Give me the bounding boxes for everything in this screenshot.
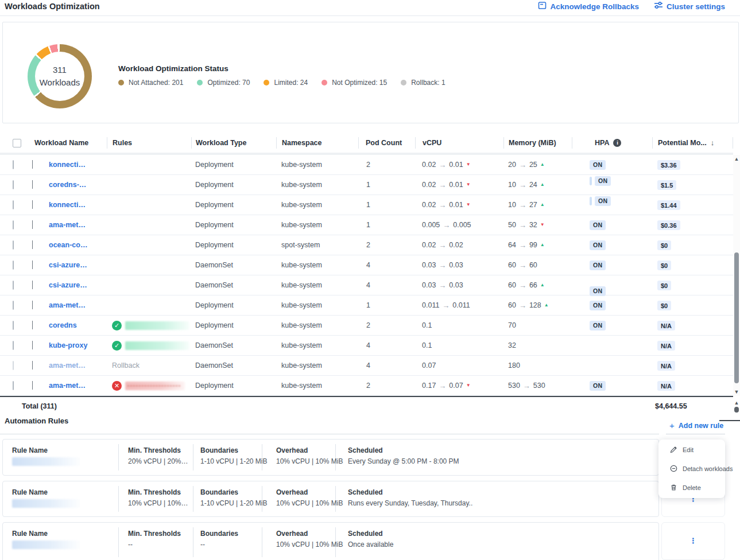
column-header-pod-count[interactable]: Pod Count <box>358 137 415 149</box>
metric-cell: 60→60 <box>503 261 572 270</box>
metric-from: 64 <box>508 241 516 249</box>
chevron-right-icon[interactable] <box>32 341 33 349</box>
chevron-right-icon[interactable] <box>32 220 33 229</box>
footer-scroll-up-arrow[interactable]: ▲ <box>734 400 739 406</box>
hpa-info-icon[interactable]: i <box>613 139 621 147</box>
chevron-right-icon[interactable] <box>32 260 33 269</box>
row-checkbox[interactable] <box>13 240 14 250</box>
add-new-rule-button[interactable]: + Add new rule <box>669 421 723 430</box>
metric-cell: 10→24▲ <box>503 181 572 189</box>
legend-dot-icon <box>197 80 203 85</box>
row-checkbox[interactable] <box>13 341 14 350</box>
row-checkbox[interactable] <box>13 180 14 189</box>
menu-item-edit[interactable]: Edit <box>658 441 725 458</box>
workload-name-link[interactable]: ama-met… <box>44 221 107 229</box>
row-checkbox[interactable] <box>13 200 14 209</box>
metric-to: 0.011 <box>452 301 470 309</box>
metric-from: 10 <box>508 181 516 189</box>
hpa-toggle-badge[interactable]: ON <box>590 260 606 270</box>
metric-from: 50 <box>508 221 516 229</box>
sort-descending-icon[interactable]: ↓ <box>711 137 715 149</box>
workload-name-link[interactable]: kube-proxy <box>44 341 107 349</box>
trend-up-icon: ▲ <box>540 182 545 187</box>
rule-rule-name-label: Rule Name <box>12 446 80 454</box>
metric-cell: 60→66▲ <box>503 281 572 290</box>
menu-item-delete[interactable]: Delete <box>658 479 725 496</box>
chevron-right-icon[interactable] <box>32 281 33 289</box>
workload-name-link[interactable]: konnecti… <box>44 161 107 169</box>
row-checkbox[interactable] <box>13 301 14 310</box>
hpa-toggle-badge[interactable]: ON <box>590 286 606 296</box>
chevron-right-icon[interactable] <box>32 160 33 169</box>
column-header-memory[interactable]: Memory (MiB) <box>503 137 572 149</box>
chevron-right-icon[interactable] <box>32 200 33 209</box>
workload-name-link[interactable]: coredns-… <box>44 181 107 189</box>
table-row: ama-met…Deploymentkube-system10.005→0.00… <box>0 215 733 235</box>
workload-name-link[interactable]: ocean-co… <box>44 241 107 249</box>
metric-cell: 0.02→0.01▼ <box>415 161 503 169</box>
acknowledge-rollbacks-button[interactable]: Acknowledge Rollbacks <box>538 1 639 11</box>
row-checkbox[interactable] <box>13 220 14 230</box>
rule-rule-name-column: Rule Name <box>12 488 80 508</box>
row-checkbox[interactable] <box>13 321 14 330</box>
hpa-toggle-badge[interactable]: ON <box>590 301 606 310</box>
workload-name-link[interactable]: ama-met… <box>44 361 107 370</box>
select-all-checkbox[interactable] <box>13 139 21 147</box>
column-header-rules[interactable]: Rules <box>107 137 191 149</box>
rule-boundaries-column: Boundaries-- <box>200 530 238 549</box>
chevron-right-icon[interactable] <box>32 321 33 329</box>
scrollbar-thumb[interactable] <box>734 252 739 383</box>
hpa-toggle-badge[interactable]: ON <box>595 196 611 206</box>
workload-type-cell: Deployment <box>191 382 276 390</box>
column-header-potential-savings[interactable]: Potential Mo...↓ <box>652 137 733 149</box>
metric-cell: 0.07 <box>415 361 503 370</box>
row-checkbox[interactable] <box>13 260 14 270</box>
metric-to: 0.03 <box>449 281 463 289</box>
row-checkbox[interactable] <box>13 381 14 390</box>
column-header-namespace[interactable]: Namespace <box>276 137 358 149</box>
hpa-toggle-badge[interactable]: ON <box>595 176 611 186</box>
legend-title: Workload Optimization Status <box>118 64 228 73</box>
metric-to: 0.01 <box>449 181 463 189</box>
column-header-workload-type[interactable]: Workload Type <box>191 137 276 149</box>
row-checkbox[interactable] <box>13 160 14 169</box>
scroll-down-arrow[interactable]: ▼ <box>734 389 739 395</box>
hpa-artifact <box>590 197 592 205</box>
column-header-workload-name[interactable]: Workload Name <box>28 137 107 149</box>
column-header-vcpu[interactable]: vCPU <box>415 137 503 149</box>
column-header-hpa[interactable]: HPAi <box>572 137 652 149</box>
rule-min-thresholds-label: Min. Thresholds <box>128 488 188 496</box>
automation-rules-title: Automation Rules <box>5 417 68 425</box>
cluster-settings-button[interactable]: Cluster settings <box>654 1 725 11</box>
chevron-right-icon[interactable] <box>32 361 33 370</box>
chevron-right-icon[interactable] <box>32 240 33 249</box>
table-scrollbar[interactable]: ▲ ▼ <box>733 155 740 396</box>
chevron-right-icon[interactable] <box>32 180 33 189</box>
hpa-toggle-badge[interactable]: ON <box>590 160 606 170</box>
row-checkbox[interactable] <box>13 361 14 370</box>
rule-kebab-menu-icon[interactable]: ⋮ <box>689 539 697 543</box>
top-bar: Workloads Optimization Acknowledge Rollb… <box>0 0 740 16</box>
scroll-up-arrow[interactable]: ▲ <box>734 156 739 162</box>
menu-item-detach-workloads[interactable]: Detach workloads <box>658 460 725 477</box>
metric-cell: 0.03→0.03 <box>415 261 503 270</box>
workload-name-link[interactable]: coredns <box>44 321 107 329</box>
workload-name-link[interactable]: ama-met… <box>44 301 107 309</box>
workload-name-link[interactable]: konnecti… <box>44 201 107 209</box>
hpa-toggle-badge[interactable]: ON <box>590 220 606 230</box>
rule-error-icon: ✕ <box>112 381 122 391</box>
workload-name-link[interactable]: csi-azure… <box>44 261 107 269</box>
potential-savings-cell: $0 <box>652 241 733 249</box>
chevron-right-icon[interactable] <box>32 381 33 390</box>
hpa-toggle-badge[interactable]: ON <box>590 240 606 250</box>
row-checkbox[interactable] <box>13 281 14 290</box>
hpa-toggle-badge[interactable]: ON <box>590 321 606 330</box>
chevron-right-icon[interactable] <box>32 301 33 309</box>
status-legend: Not Attached: 201Optimized: 70Limited: 2… <box>118 79 445 87</box>
footer-scrollbar-thumb[interactable] <box>734 407 739 413</box>
workload-name-link[interactable]: ama-met… <box>44 382 107 390</box>
hpa-toggle-badge[interactable]: ON <box>590 381 606 391</box>
legend-label: Not Attached: 201 <box>129 79 183 87</box>
workload-name-link[interactable]: csi-azure… <box>44 281 107 289</box>
workload-type-cell: Deployment <box>191 301 276 309</box>
